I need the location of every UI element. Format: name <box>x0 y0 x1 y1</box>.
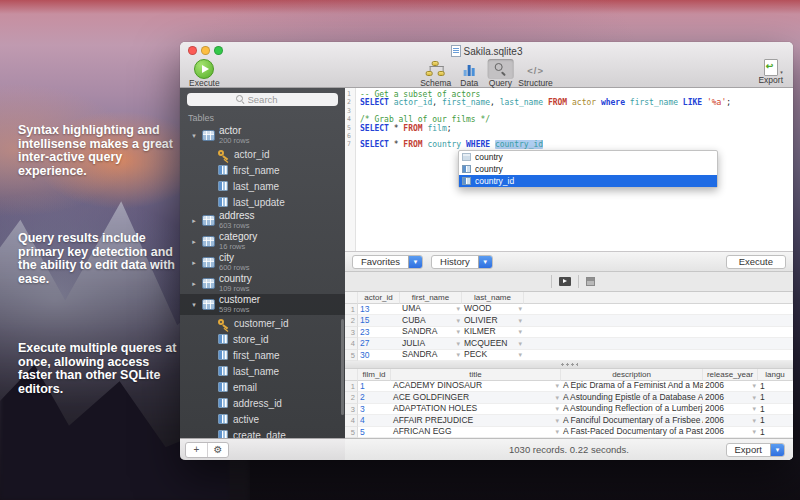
disclosure-collapsed-icon[interactable]: ▸ <box>190 238 198 246</box>
cell-dropdown-icon[interactable]: ▾ <box>555 404 559 415</box>
table-cell[interactable]: 2006▾ <box>703 381 758 393</box>
disclosure-expanded-icon[interactable]: ▾ <box>190 132 198 140</box>
cell-dropdown-icon[interactable]: ▾ <box>456 327 460 338</box>
table-cell[interactable]: 13 <box>358 304 400 316</box>
table-cell[interactable]: 1 <box>758 381 793 393</box>
column-header-release_year[interactable]: release_year <box>703 369 758 381</box>
table-cell[interactable]: A Fanciful Documentary of a Frisbee An..… <box>561 415 703 427</box>
column-header-langu[interactable]: langu <box>758 369 793 381</box>
table-cell[interactable]: 3 <box>358 404 391 416</box>
cell-dropdown-icon[interactable]: ▾ <box>518 304 522 315</box>
cell-dropdown-icon[interactable]: ▾ <box>518 327 522 338</box>
table-cell[interactable]: 2006▾ <box>703 415 758 427</box>
add-table-button[interactable]: + <box>186 443 207 457</box>
cell-dropdown-icon[interactable]: ▾ <box>752 415 756 426</box>
disclosure-collapsed-icon[interactable]: ▸ <box>190 280 198 288</box>
sidebar-table-country[interactable]: ▸country109 rows <box>180 273 345 294</box>
execute-query-button[interactable]: Execute <box>726 255 786 269</box>
export-results-button[interactable]: Export ▼ <box>726 443 785 457</box>
cell-dropdown-icon[interactable]: ▾ <box>752 392 756 403</box>
table-cell[interactable]: CUBA▾ <box>400 315 462 327</box>
table-cell[interactable]: 15 <box>358 315 400 327</box>
cell-dropdown-icon[interactable]: ▾ <box>555 392 559 403</box>
table-cell[interactable]: KILMER▾ <box>462 327 524 339</box>
table-cell[interactable]: JULIA▾ <box>400 338 462 350</box>
cell-dropdown-icon[interactable]: ▾ <box>752 404 756 415</box>
sidebar-table-customer[interactable]: ▾customer599 rows <box>180 294 345 315</box>
sidebar-field-customer_id[interactable]: customer_id <box>180 315 345 331</box>
favorites-dropdown-icon[interactable]: ▼ <box>408 256 422 268</box>
mode-button-schema[interactable]: Schema <box>420 59 451 88</box>
table-cell[interactable]: A Fast-Paced Documentary of a Pastry...▾ <box>561 427 703 439</box>
table-cell[interactable]: 2006▾ <box>703 427 758 439</box>
column-header-description[interactable]: description <box>561 369 703 381</box>
column-header-last_name[interactable]: last_name <box>462 292 524 304</box>
table-cell[interactable]: 1 <box>358 381 391 393</box>
settings-gear-button[interactable]: ⚙ <box>207 443 228 457</box>
table-cell[interactable]: 2006▾ <box>703 404 758 416</box>
splitter-grip-icon[interactable] <box>560 363 578 366</box>
table-cell[interactable]: 2006▾ <box>703 392 758 404</box>
cube-icon[interactable] <box>586 277 595 286</box>
cell-dropdown-icon[interactable]: ▾ <box>518 338 522 349</box>
cell-dropdown-icon[interactable]: ▾ <box>456 350 460 361</box>
table-cell[interactable]: SANDRA▾ <box>400 350 462 362</box>
cell-dropdown-icon[interactable]: ▾ <box>555 415 559 426</box>
table-cell[interactable]: ACE GOLDFINGER▾ <box>391 392 561 404</box>
cell-dropdown-icon[interactable]: ▾ <box>555 381 559 392</box>
column-header-first_name[interactable]: first_name <box>400 292 462 304</box>
table-cell[interactable]: A Epic Drama of a Feminist And a Mad...▾ <box>561 381 703 393</box>
sidebar-field-last_update[interactable]: last_update <box>180 194 345 210</box>
column-header-actor_id[interactable]: actor_id <box>358 292 400 304</box>
table-cell[interactable]: A Astounding Epistle of a Database Ad...… <box>561 392 703 404</box>
table-cell[interactable]: 2 <box>358 392 391 404</box>
sidebar-table-category[interactable]: ▸category16 rows <box>180 231 345 252</box>
table-cell[interactable]: 1 <box>758 427 793 439</box>
table-cell[interactable]: 27 <box>358 338 400 350</box>
sidebar-table-address[interactable]: ▸address603 rows <box>180 210 345 231</box>
sidebar-field-email[interactable]: email <box>180 379 345 395</box>
sidebar-table-city[interactable]: ▸city600 rows <box>180 252 345 273</box>
table-cell[interactable]: A Astounding Reflection of a Lumberjac..… <box>561 404 703 416</box>
cell-dropdown-icon[interactable]: ▾ <box>456 315 460 326</box>
autocomplete-item-country[interactable]: country <box>459 151 717 163</box>
sidebar-search-field[interactable] <box>187 93 338 106</box>
cell-dropdown-icon[interactable]: ▾ <box>518 315 522 326</box>
table-cell[interactable]: 5 <box>358 427 391 439</box>
table-cell[interactable]: 30 <box>358 350 400 362</box>
table-cell[interactable]: 1 <box>758 415 793 427</box>
history-button[interactable]: History ▼ <box>431 255 493 269</box>
sidebar-field-last_name[interactable]: last_name <box>180 363 345 379</box>
table-cell[interactable]: WOOD▾ <box>462 304 524 316</box>
sidebar-table-actor[interactable]: ▾actor200 rows <box>180 125 345 146</box>
mode-button-structure[interactable]: Structure <box>518 59 553 88</box>
export-toolbar-button[interactable]: Export <box>758 59 783 85</box>
table-cell[interactable]: UMA▾ <box>400 304 462 316</box>
disclosure-collapsed-icon[interactable]: ▸ <box>190 259 198 267</box>
table-cell[interactable]: 4 <box>358 415 391 427</box>
autocomplete-item-country[interactable]: country <box>459 163 717 175</box>
sidebar-scrollbar[interactable] <box>341 319 344 416</box>
disclosure-expanded-icon[interactable]: ▾ <box>190 301 198 309</box>
column-header-film_id[interactable]: film_id <box>358 369 391 381</box>
cell-dropdown-icon[interactable]: ▾ <box>518 350 522 361</box>
export-dropdown-icon[interactable]: ▼ <box>770 444 784 456</box>
cell-dropdown-icon[interactable]: ▾ <box>456 338 460 349</box>
table-cell[interactable]: ADAPTATION HOLES▾ <box>391 404 561 416</box>
table-cell[interactable]: ACADEMY DINOSAUR▾ <box>391 381 561 393</box>
table-cell[interactable]: 23 <box>358 327 400 339</box>
table-cell[interactable]: OLIVIER▾ <box>462 315 524 327</box>
sidebar-field-first_name[interactable]: first_name <box>180 347 345 363</box>
cell-dropdown-icon[interactable]: ▾ <box>555 427 559 438</box>
table-cell[interactable]: PECK▾ <box>462 350 524 362</box>
mode-button-query[interactable]: Query <box>487 59 513 88</box>
folder-icon[interactable] <box>559 277 571 286</box>
table-cell[interactable]: AFFAIR PREJUDICE▾ <box>391 415 561 427</box>
table-cell[interactable]: MCQUEEN▾ <box>462 338 524 350</box>
sidebar-field-active[interactable]: active <box>180 411 345 427</box>
table-cell[interactable]: AFRICAN EGG▾ <box>391 427 561 439</box>
sidebar-field-create_date[interactable]: create_date <box>180 427 345 438</box>
sidebar-field-store_id[interactable]: store_id <box>180 331 345 347</box>
sidebar-field-address_id[interactable]: address_id <box>180 395 345 411</box>
favorites-button[interactable]: Favorites ▼ <box>352 255 423 269</box>
